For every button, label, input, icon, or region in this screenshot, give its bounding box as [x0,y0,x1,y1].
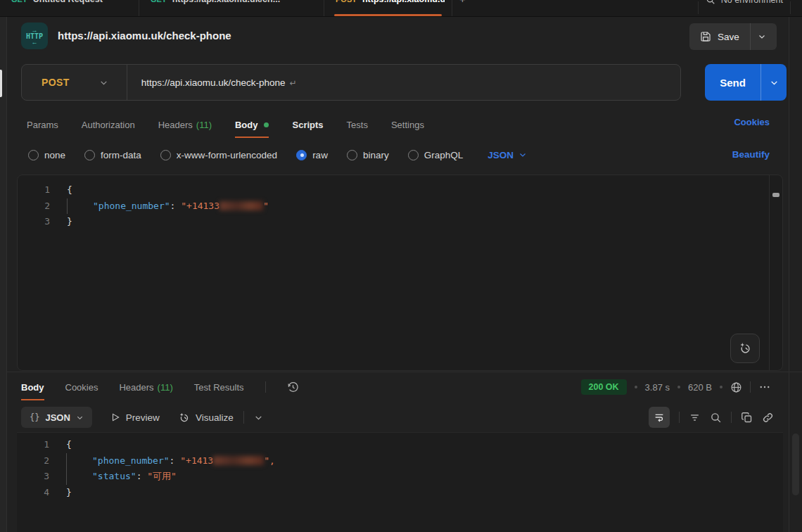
tab-authorization[interactable]: Authorization [82,111,135,138]
cookies-link[interactable]: Cookies [734,117,770,127]
response-history-button[interactable] [287,381,299,393]
divider [698,1,699,14]
line-number: 4 [17,485,49,501]
radio-icon [408,150,419,160]
url-input[interactable]: https://api.xiaomu.uk/check-phone↵ [141,77,297,88]
json-string-value: "+1413 [180,455,213,466]
search-in-body-button[interactable] [710,412,722,424]
tab-tests[interactable]: Tests [347,111,368,138]
send-options-button[interactable] [761,78,787,87]
enter-hint-icon: ↵ [290,78,297,88]
chevron-down-icon [770,78,779,87]
open-request-tab-3-active[interactable]: POST https://api.xiaomu.uk/c... [324,0,452,17]
save-options-button[interactable] [751,23,774,50]
chevron-down-icon [76,414,84,422]
postbot-ai-button[interactable] [730,334,760,363]
mode-none[interactable]: none [28,150,65,160]
json-string-value: "+14133 [181,201,219,211]
divider [265,381,266,393]
scrollbar-thumb[interactable] [772,193,779,197]
indent-guide [66,453,67,485]
right-rail-divider [789,17,789,532]
method-dropdown[interactable]: POST [22,77,108,88]
dot-separator [720,386,723,388]
tab-headers[interactable]: Headers (11) [158,111,212,138]
divider [731,412,732,423]
redacted-phone-digits [219,201,263,210]
dot-separator [635,386,637,388]
filter-icon [689,412,701,424]
section-divider [0,372,802,372]
radio-icon [28,150,39,160]
view-options-chevron[interactable] [254,413,263,422]
copy-response-button[interactable] [741,412,753,424]
redacted-phone-digits [213,456,264,465]
send-button[interactable]: Send [705,77,760,89]
preview-button[interactable]: Preview [110,412,160,423]
body-mode-selector: none form-data x-www-form-urlencoded raw… [28,143,527,167]
response-time: 3.87 s [645,382,670,393]
new-tab-button[interactable]: + [452,0,473,17]
response-body-viewer[interactable]: 1 { 2 "phone_number": "+1413", 3 "status… [17,432,783,532]
mode-binary[interactable]: binary [347,150,389,160]
mode-raw-selected[interactable]: raw [296,150,328,160]
request-title: https://api.xiaomu.uk/check-phone [58,30,231,42]
tab-params[interactable]: Params [27,111,58,138]
sidebar-active-indicator [0,70,2,97]
mode-x-www-form-urlencoded[interactable]: x-www-form-urlencoded [160,150,277,160]
response-tab-test-results[interactable]: Test Results [194,374,244,400]
globe-icon [730,381,742,393]
line-number: 1 [17,437,49,453]
save-button[interactable]: Save [689,23,750,50]
line-number: 2 [18,198,50,215]
editor-scrollbar[interactable] [769,175,782,370]
response-format-dropdown[interactable]: {} JSON [21,407,92,428]
app-window: GET Untitled Request GET https://api.xia… [0,0,802,532]
request-url-bar: POST https://api.xiaomu.uk/check-phone↵ [21,64,681,101]
dot-separator [677,386,680,388]
ellipsis-icon [758,381,771,393]
word-wrap-button[interactable] [649,407,670,428]
beautify-link[interactable]: Beautify [732,149,770,160]
request-body-editor[interactable]: 1 { 2 "phone_number": "+14133" 3 } [17,175,783,371]
search-icon [710,412,722,424]
share-link-button[interactable] [762,412,774,424]
mode-form-data[interactable]: form-data [84,150,141,160]
status-badge: 200 OK [581,379,627,395]
window-scrollbar-thumb[interactable] [792,433,799,495]
divider [750,381,751,393]
mode-graphql[interactable]: GraphQL [408,150,464,160]
tab-body[interactable]: Body [235,111,269,138]
save-label: Save [718,32,739,42]
play-icon [110,412,120,422]
send-split-button: Send [705,64,787,101]
tab-scripts[interactable]: Scripts [292,111,323,138]
open-request-tab-2[interactable]: GET https://api.xiaomu.uk/ch... [139,0,324,17]
filter-button[interactable] [689,412,701,424]
response-tab-body[interactable]: Body [21,374,44,400]
divider [790,1,791,14]
body-has-content-dot [264,122,269,127]
indent-guide [67,198,68,214]
language-dropdown[interactable]: JSON [488,150,527,160]
response-tab-cookies[interactable]: Cookies [65,374,98,400]
response-toolbar: {} JSON Preview Visualize [21,406,774,429]
open-request-tab-1[interactable]: GET Untitled Request [0,0,139,17]
response-section-tabs: Body Cookies Headers (11) Test Results [21,373,299,401]
word-wrap-icon [654,412,665,423]
link-icon [762,412,774,424]
response-more-options-button[interactable] [758,381,771,393]
code-line: 2 "phone_number": "+1413", [17,453,783,469]
network-info-button[interactable] [730,381,742,393]
response-tab-headers[interactable]: Headers (11) [119,374,172,400]
request-section-tabs: Params Authorization Headers (11) Body S… [27,111,424,138]
visualize-button[interactable]: Visualize [178,412,234,424]
code-line: 1 { [17,437,783,453]
environment-selector[interactable]: No environment [698,0,791,17]
divider [243,411,244,424]
sparkle-circle-icon [178,412,190,424]
method-badge-get: GET [11,0,27,4]
line-number: 3 [17,469,49,485]
divider [127,65,127,100]
tab-settings[interactable]: Settings [391,111,424,138]
